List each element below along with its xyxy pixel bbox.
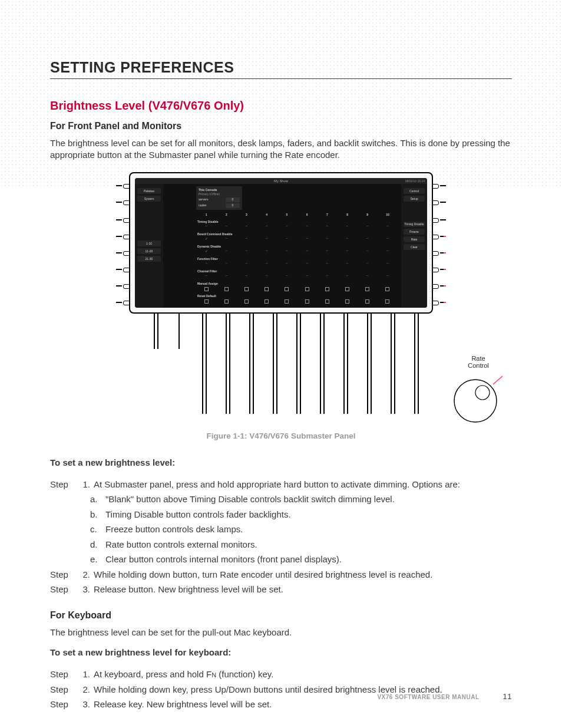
panel-right-connector — [432, 183, 446, 189]
panel-left-connector — [116, 183, 130, 189]
panel-right-connector — [432, 233, 446, 239]
panel-right-connector — [432, 217, 446, 223]
step-row: Step3. Release button. New brightness le… — [50, 582, 512, 597]
screen-right-btn: Timing Disable — [404, 222, 425, 228]
substep-row: a."Blank" button above Timing Disable co… — [50, 492, 512, 507]
screen-left-btn: System — [137, 196, 161, 202]
screen-right-btn: Control — [404, 188, 425, 194]
screen-right-btn: Setup — [404, 196, 425, 202]
panel-right-connector — [432, 266, 446, 272]
substep-row: e.Clear button controls internal monitor… — [50, 552, 512, 567]
panel-left-connector — [116, 250, 130, 256]
panel-left-connector — [116, 283, 130, 289]
rate-control-label: Rate Control — [446, 355, 511, 369]
panel-left-connector — [116, 299, 130, 305]
screen-title: My Show — [274, 179, 288, 183]
screen-row-label: Board Command Disable — [197, 232, 398, 236]
screen-row-label: Function Filter — [197, 257, 398, 261]
title-rule — [50, 78, 512, 79]
screen-right-btn: Clear — [404, 244, 425, 250]
intro-paragraph-2: The brightness level can be set for the … — [50, 627, 512, 638]
svg-line-2 — [493, 376, 503, 384]
screen-right-btn: Freeze — [404, 229, 425, 235]
screen-row-label: Channel Filter — [197, 269, 398, 273]
panel-right-connector — [432, 299, 446, 305]
panel-left-connector — [116, 217, 130, 223]
screen-left-range: 21-30 — [137, 256, 161, 262]
screen-left-range: 11-20 — [137, 248, 161, 254]
screen-row-label: Timing Disable — [197, 220, 398, 223]
screen-row-label: Dynamic Disable — [197, 245, 398, 248]
substep-row: d.Rate button controls external monitors… — [50, 537, 512, 552]
section-heading: Brightness Level (V476/V676 Only) — [50, 99, 512, 113]
substep-row: b.Timing Disable button controls fader b… — [50, 507, 512, 522]
panel-right-connector — [432, 250, 446, 256]
panel-screen: My Show 08/02/12 15:14 Palettes System 1… — [135, 178, 427, 308]
screen-row-label: Manual Assign — [197, 282, 398, 285]
screen-row-label: Reset Default — [197, 294, 398, 298]
step-row: Step1. At Submaster panel, press and hol… — [50, 477, 512, 492]
panel-left-connector — [116, 266, 130, 272]
screen-left-range: 1-10 — [137, 241, 161, 246]
panel-right-connector — [432, 199, 446, 205]
panel-left-connector — [116, 233, 130, 239]
step-row: Step1. At keyboard, press and hold Fn (f… — [50, 667, 512, 682]
page-title: SETTING PREFERENCES — [50, 59, 512, 76]
figure-caption: Figure 1-1: V476/V676 Submaster Panel — [116, 431, 446, 440]
intro-paragraph-1: The brightness level can be set for all … — [50, 137, 512, 162]
step-row: Step3. Release key. New brightness level… — [50, 697, 512, 712]
screen-datetime: 08/02/12 15:14 — [405, 179, 425, 183]
fader-sticks — [154, 314, 425, 420]
panel-right-connector — [432, 283, 446, 289]
substep-row: c.Freeze button controls desk lamps. — [50, 522, 512, 537]
procedure1-title: To set a new brightness level: — [50, 457, 512, 469]
figure-submaster-panel: My Show 08/02/12 15:14 Palettes System 1… — [116, 172, 446, 440]
svg-point-1 — [475, 386, 490, 400]
screen-right-btn: Rate — [404, 236, 425, 242]
subheading-front-panel: For Front Panel and Monitors — [50, 121, 512, 131]
screen-left-btn: Palettes — [137, 188, 161, 194]
procedure2-title: To set a new brightness level for keyboa… — [50, 647, 512, 658]
screen-console-box: This Console Primary (Offline) servers0 … — [196, 186, 242, 210]
subheading-keyboard: For Keyboard — [50, 610, 512, 621]
screen-column-headers: 12345678910 — [196, 213, 398, 216]
panel-left-connector — [116, 199, 130, 205]
step-row: Step2. While holding down button, turn R… — [50, 567, 512, 582]
step-row: Step2. While holding down key, press Up/… — [50, 682, 512, 697]
svg-point-0 — [454, 380, 497, 422]
rate-control-knob: Rate Control — [446, 355, 511, 424]
